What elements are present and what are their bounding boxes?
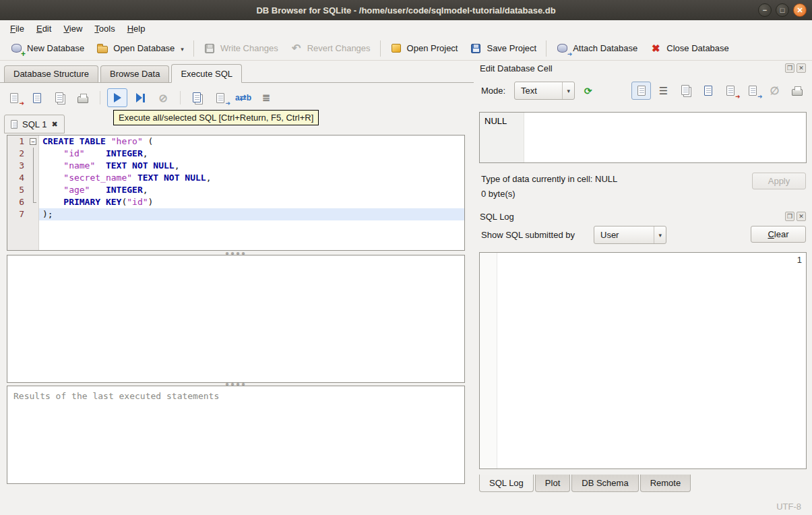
titlebar[interactable]: DB Browser for SQLite - /home/user/code/… bbox=[0, 0, 812, 20]
encoding-indicator[interactable]: UTF-8 bbox=[776, 502, 801, 512]
copy-icon bbox=[681, 85, 689, 95]
sql-document-tab[interactable]: SQL 1 ✖ bbox=[4, 115, 65, 133]
close-database-button[interactable]: ✖ Close Database bbox=[644, 39, 735, 58]
auto-switch-icon: ⟳ bbox=[584, 86, 592, 96]
chevron-down-icon: ▾ bbox=[654, 226, 666, 243]
stop-button[interactable]: ⊘ bbox=[153, 88, 173, 107]
log-filter-select[interactable]: User ▾ bbox=[594, 226, 666, 244]
format-sql-button[interactable]: ≣ bbox=[256, 88, 276, 107]
open-database-button[interactable]: Open Database ▾ bbox=[90, 39, 190, 58]
attach-database-button[interactable]: Attach Database bbox=[550, 39, 644, 58]
new-database-button[interactable]: New Database bbox=[4, 39, 90, 58]
results-message-pane[interactable]: Results of the last executed statements bbox=[7, 386, 465, 484]
save-sql-file-button[interactable] bbox=[27, 88, 47, 107]
line-number: 2 bbox=[7, 148, 28, 160]
sql-log-area[interactable]: 1 bbox=[479, 252, 807, 469]
revert-changes-icon: ↶ bbox=[290, 42, 303, 55]
maximize-button[interactable]: □ bbox=[776, 3, 789, 17]
code-text: ); bbox=[39, 208, 464, 220]
cell-value: NULL bbox=[485, 116, 507, 126]
auto-switch-mode-button[interactable]: ⟳ bbox=[578, 82, 598, 100]
sql-tab-label: SQL 1 bbox=[22, 119, 46, 129]
code-text: "secret_name" TEXT NOT NULL, bbox=[39, 172, 464, 184]
format-sql-icon: ≣ bbox=[260, 92, 272, 104]
close-database-label: Close Database bbox=[666, 43, 729, 53]
tab-execute-sql[interactable]: Execute SQL bbox=[171, 64, 242, 83]
bottom-tab-plot[interactable]: Plot bbox=[535, 475, 570, 492]
left-panel: Database Structure Browse Data Execute S… bbox=[0, 61, 474, 497]
fold-collapse-icon[interactable]: − bbox=[30, 138, 36, 145]
print-sql-button[interactable] bbox=[73, 88, 93, 107]
menu-edit[interactable]: Edit bbox=[30, 22, 57, 36]
fold-margin[interactable]: − bbox=[28, 135, 39, 148]
editor-line-1[interactable]: 1−CREATE TABLE "hero" ( bbox=[7, 135, 464, 148]
tab-browse-data[interactable]: Browse Data bbox=[100, 65, 169, 82]
sql-editor[interactable]: 1−CREATE TABLE "hero" (2 "id" INTEGER,3 … bbox=[7, 135, 465, 251]
editor-line-7[interactable]: 7); bbox=[7, 208, 464, 220]
edit-cell-close-button[interactable]: ✕ bbox=[797, 63, 806, 73]
paste-cell-button[interactable] bbox=[698, 82, 718, 100]
execute-line-button[interactable] bbox=[130, 88, 150, 107]
fold-margin bbox=[28, 148, 39, 160]
fold-margin bbox=[28, 184, 39, 196]
sql-toolbar-separator bbox=[100, 91, 100, 104]
mode-value: Text bbox=[521, 86, 557, 96]
set-null-button[interactable]: ∅ bbox=[765, 82, 784, 100]
word-wrap-button[interactable]: ☰ bbox=[654, 82, 673, 100]
import-from-file-button[interactable] bbox=[720, 82, 740, 100]
execute-all-button[interactable] bbox=[107, 88, 127, 107]
save-project-button[interactable]: Save Project bbox=[464, 39, 542, 58]
cell-type-info: Type of data currently in cell: NULL bbox=[481, 174, 617, 184]
revert-changes-label: Revert Changes bbox=[307, 43, 371, 53]
menu-view[interactable]: View bbox=[57, 22, 88, 36]
editor-line-6[interactable]: 6 PRIMARY KEY("id") bbox=[7, 196, 464, 208]
export-to-file-button[interactable] bbox=[743, 82, 762, 100]
window-title: DB Browser for SQLite - /home/user/code/… bbox=[256, 5, 555, 16]
stop-icon: ⊘ bbox=[157, 92, 169, 104]
write-changes-button[interactable]: Write Changes bbox=[197, 39, 284, 58]
save-project-icon bbox=[470, 42, 482, 55]
bottom-tab-db-schema[interactable]: DB Schema bbox=[571, 475, 638, 492]
print-cell-icon bbox=[792, 89, 803, 96]
save-project-label: Save Project bbox=[487, 43, 536, 53]
toolbar-separator bbox=[193, 40, 194, 57]
close-button[interactable]: ✕ bbox=[793, 3, 807, 17]
open-project-icon bbox=[390, 42, 402, 55]
mode-select[interactable]: Text ▾ bbox=[514, 82, 575, 100]
editor-line-4[interactable]: 4 "secret_name" TEXT NOT NULL, bbox=[7, 172, 464, 184]
text-view-button[interactable] bbox=[631, 82, 651, 100]
export-file-icon bbox=[747, 85, 759, 97]
find-replace-button[interactable]: a⇄b bbox=[233, 88, 253, 107]
save-sql-as-button[interactable] bbox=[50, 88, 70, 107]
apply-button[interactable]: Apply bbox=[752, 173, 806, 189]
bottom-tab-sql-log[interactable]: SQL Log bbox=[479, 475, 534, 492]
chevron-down-icon: ▾ bbox=[562, 82, 574, 99]
menu-file[interactable]: File bbox=[4, 22, 30, 36]
sql-tab-close-icon[interactable]: ✖ bbox=[51, 120, 57, 129]
bottom-tab-remote[interactable]: Remote bbox=[640, 475, 691, 492]
write-changes-icon bbox=[204, 42, 216, 55]
tab-database-structure[interactable]: Database Structure bbox=[4, 65, 98, 82]
copy-cell-button[interactable] bbox=[676, 82, 695, 100]
editor-line-5[interactable]: 5 "age" INTEGER, bbox=[7, 184, 464, 196]
menu-tools[interactable]: Tools bbox=[88, 22, 121, 36]
line-number: 6 bbox=[7, 196, 28, 208]
print-cell-button[interactable] bbox=[787, 82, 807, 100]
revert-changes-button[interactable]: ↶ Revert Changes bbox=[284, 39, 377, 58]
window-controls: − □ ✕ bbox=[758, 3, 807, 17]
sql-log-float-button[interactable]: ❐ bbox=[785, 212, 794, 221]
editor-line-3[interactable]: 3 "name" TEXT NOT NULL, bbox=[7, 160, 464, 172]
cell-editor[interactable]: NULL bbox=[479, 112, 807, 163]
results-grid-pane[interactable] bbox=[7, 255, 465, 383]
open-database-dropdown-icon[interactable]: ▾ bbox=[181, 46, 184, 55]
export-results-button[interactable] bbox=[210, 88, 230, 107]
clear-log-button[interactable]: Clear bbox=[751, 226, 806, 243]
minimize-button[interactable]: − bbox=[758, 3, 772, 17]
menu-help[interactable]: Help bbox=[121, 22, 152, 36]
sql-log-close-button[interactable]: ✕ bbox=[797, 212, 806, 221]
editor-line-2[interactable]: 2 "id" INTEGER, bbox=[7, 148, 464, 160]
open-project-button[interactable]: Open Project bbox=[384, 39, 464, 58]
open-new-tab-button[interactable] bbox=[187, 88, 208, 107]
edit-cell-float-button[interactable]: ❐ bbox=[785, 63, 794, 73]
open-sql-file-button[interactable] bbox=[4, 88, 24, 107]
